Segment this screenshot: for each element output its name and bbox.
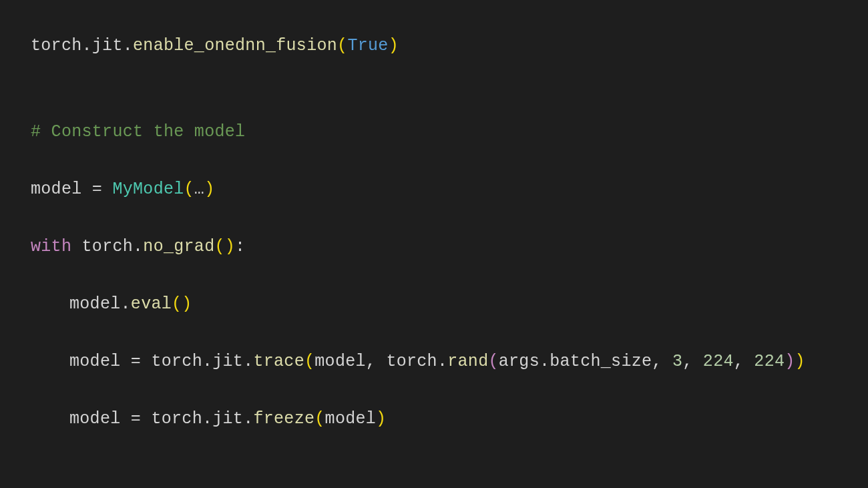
code-token: torch. (71, 237, 143, 256)
code-token-keyword: with (31, 237, 71, 256)
code-token: model (325, 409, 377, 429)
code-token-function: eval (131, 294, 172, 314)
code-token: model = (31, 180, 112, 199)
paren-open: ( (184, 180, 194, 199)
code-token-function: enable_onednn_fusion (133, 36, 337, 55)
code-editor[interactable]: torch.jit.enable_onednn_fusion(True) # C… (0, 0, 868, 488)
paren-close: ) (225, 237, 235, 256)
code-token-function: rand (447, 352, 488, 371)
code-token-function: no_grad (143, 237, 214, 256)
code-line-comment: # Construct the model (31, 117, 868, 146)
code-token: , (734, 352, 754, 371)
code-line: model = torch.jit.trace(model, torch.ran… (31, 347, 868, 376)
paren-close: ) (376, 409, 386, 429)
paren-close-inner: ) (785, 352, 795, 371)
code-line: model.eval() (31, 290, 868, 318)
code-token-number: 3 (672, 352, 682, 371)
code-token-keyword: True (347, 36, 388, 55)
code-line: model = torch.jit.freeze(model) (31, 405, 868, 433)
paren-open-inner: ( (488, 352, 498, 371)
code-token: model = torch.jit. (69, 352, 253, 371)
code-token-number: 224 (754, 352, 785, 371)
paren-open: ( (314, 409, 324, 429)
code-token: : (235, 237, 245, 256)
paren-close: ) (204, 180, 214, 199)
paren-close: ) (182, 294, 192, 314)
code-line: model = MyModel(…) (31, 175, 868, 204)
paren-open: ( (304, 352, 314, 371)
paren-close: ) (795, 352, 805, 371)
code-token-class: MyModel (112, 180, 184, 199)
code-token-number: 224 (703, 352, 734, 371)
paren-open: ( (172, 294, 182, 314)
paren-open: ( (337, 36, 347, 55)
code-token: … (194, 180, 204, 199)
code-token: args.batch_size, (499, 352, 672, 371)
code-token: torch.jit. (31, 36, 133, 55)
paren-open: ( (214, 237, 224, 256)
code-line: torch.jit.enable_onednn_fusion(True) (31, 31, 868, 60)
code-token: , (682, 352, 703, 371)
comment-text: # Construct the model (31, 122, 245, 142)
code-token-function: freeze (253, 409, 314, 429)
paren-close: ) (389, 36, 399, 55)
code-token-function: trace (253, 352, 304, 371)
code-line: with torch.no_grad(): (31, 232, 868, 261)
code-token: model, torch. (314, 352, 447, 371)
code-token: model. (69, 294, 131, 314)
code-token: model = torch.jit. (69, 409, 253, 429)
